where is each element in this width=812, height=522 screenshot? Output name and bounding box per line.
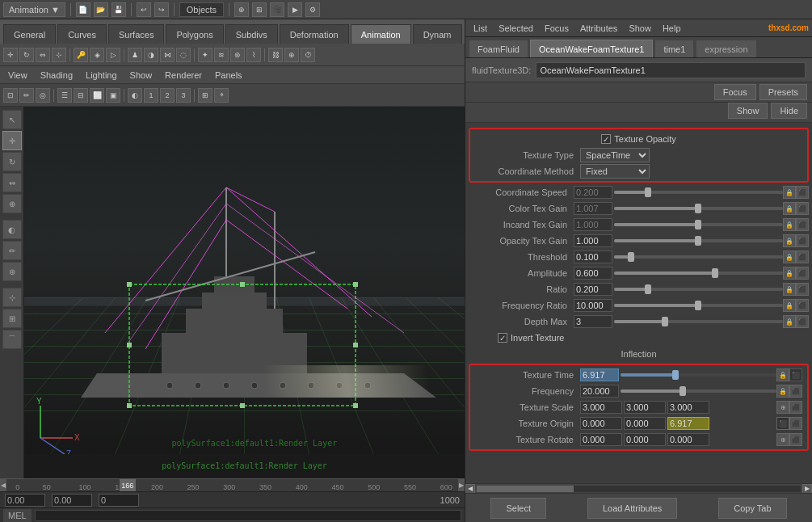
opacity-tex-gain-thumb[interactable] — [695, 236, 701, 246]
texture-opacity-checkbox[interactable] — [601, 134, 611, 144]
color-tex-gain-thumb[interactable] — [695, 204, 701, 213]
skin-icon[interactable]: ◑ — [144, 48, 158, 62]
coord-speed-input[interactable] — [574, 186, 612, 199]
paint-icon[interactable]: ✏ — [19, 88, 34, 103]
rotate-icon[interactable]: ↻ — [19, 48, 34, 62]
texture-scale-y[interactable] — [624, 401, 666, 414]
scale-icon[interactable]: ⇔ — [36, 48, 50, 62]
focus-button[interactable]: Focus — [714, 84, 756, 100]
depth-max-track[interactable] — [614, 320, 783, 323]
depth-max-input[interactable] — [574, 315, 612, 328]
texture-origin-x[interactable] — [580, 417, 622, 430]
hair-icon[interactable]: ⌇ — [246, 48, 261, 62]
soft-select[interactable]: ◐ — [2, 220, 22, 239]
snap-point[interactable]: ⊹ — [2, 288, 22, 307]
topbar-selected[interactable]: Selected — [494, 23, 538, 33]
rotate-key[interactable]: ⬛ — [789, 433, 802, 446]
texture-time-track[interactable] — [621, 373, 776, 377]
coord-method-dropdown[interactable]: Fixed Grid Fluid Motion — [580, 164, 650, 179]
attr-name-input[interactable] — [536, 62, 806, 78]
topbar-focus[interactable]: Focus — [540, 23, 574, 33]
opacity-tex-gain-track[interactable] — [614, 239, 783, 242]
menu-lighting[interactable]: Lighting — [81, 69, 122, 81]
wire-icon[interactable]: ⊟ — [74, 88, 88, 103]
invert-texture-checkbox[interactable] — [498, 333, 507, 343]
tab-general[interactable]: General — [3, 24, 56, 44]
status-val3[interactable] — [99, 494, 139, 507]
origin-icon-btn[interactable]: ⬛ — [776, 417, 789, 430]
paint-attr[interactable]: ✏ — [2, 241, 22, 260]
incand-tex-gain-thumb[interactable] — [695, 220, 701, 229]
threshold-key[interactable]: ⬛ — [796, 250, 809, 263]
particle-icon[interactable]: ✦ — [198, 48, 212, 62]
scroll-track[interactable] — [477, 486, 801, 492]
texture-scale-z[interactable] — [667, 401, 709, 414]
coord-speed-key[interactable]: ⬛ — [796, 186, 809, 199]
texture-time-thumb[interactable] — [672, 370, 679, 380]
select-tool[interactable]: ↖ — [2, 110, 22, 129]
hide-button[interactable]: Hide — [771, 103, 807, 119]
texture-rotate-x[interactable] — [580, 433, 622, 446]
incand-tex-lock[interactable]: 🔒 — [783, 218, 796, 231]
depth-max-lock[interactable]: 🔒 — [783, 315, 796, 328]
texture-time-lock[interactable]: 🔒 — [776, 368, 789, 381]
texture-time-key[interactable]: ⬛ — [789, 368, 802, 381]
camera-icon[interactable]: 🎥 — [270, 2, 284, 17]
topbar-show[interactable]: Show — [624, 23, 656, 33]
frequency-ratio-thumb[interactable] — [695, 301, 701, 310]
tab-expression[interactable]: expression — [696, 40, 756, 57]
redo-icon[interactable]: ↪ — [154, 2, 169, 17]
tangent-icon[interactable]: ◈ — [90, 48, 104, 62]
color-tex-lock[interactable]: 🔒 — [783, 202, 796, 215]
texture-time-input[interactable] — [580, 368, 619, 381]
freq-lock[interactable]: 🔒 — [776, 385, 789, 398]
menu-panels[interactable]: Panels — [210, 69, 247, 81]
frequency-ratio-track[interactable] — [614, 304, 783, 307]
opacity-tex-gain-input[interactable] — [574, 234, 612, 247]
scroll-thumb[interactable] — [477, 486, 574, 492]
snap-grid[interactable]: ⊞ — [2, 309, 22, 328]
status-val1[interactable] — [5, 494, 45, 507]
freq-ratio-lock[interactable]: 🔒 — [783, 299, 796, 312]
res-low[interactable]: 1 — [144, 88, 158, 103]
show-button[interactable]: Show — [728, 103, 768, 119]
texture-type-dropdown[interactable]: SpaceTime Perlin Noise — [580, 148, 650, 162]
scroll-right-btn[interactable]: ▶ — [802, 484, 812, 494]
ratio-track[interactable] — [614, 288, 783, 291]
freq-ratio-key[interactable]: ⬛ — [796, 299, 809, 312]
quality-icon[interactable]: ◐ — [128, 88, 142, 103]
open-icon[interactable]: 📂 — [94, 2, 108, 17]
amplitude-key[interactable]: ⬛ — [796, 267, 809, 280]
ratio-key[interactable]: ⬛ — [796, 283, 809, 296]
mel-input[interactable] — [35, 510, 461, 521]
depth-max-thumb[interactable] — [662, 317, 668, 326]
topbar-attributes[interactable]: Attributes — [575, 23, 622, 33]
load-attributes-button[interactable]: Load Attributes — [587, 498, 677, 519]
incand-tex-key[interactable]: ⬛ — [796, 218, 809, 231]
options-icon[interactable]: ⚙ — [305, 2, 320, 17]
scale-icon-btn[interactable]: ⊕ — [776, 401, 789, 414]
select-icon[interactable]: ⊹ — [52, 48, 66, 62]
opacity-tex-lock[interactable]: 🔒 — [783, 234, 796, 247]
artisan[interactable]: ⊛ — [2, 262, 22, 281]
tab-time1[interactable]: time1 — [654, 40, 694, 57]
menu-view[interactable]: View — [3, 69, 32, 81]
color-tex-gain-input[interactable] — [574, 202, 612, 215]
amplitude-thumb[interactable] — [712, 268, 718, 278]
show-manip[interactable]: ⊕ — [2, 194, 22, 213]
ratio-input[interactable] — [574, 283, 612, 296]
frequency-track[interactable] — [621, 389, 776, 393]
tab-dynam[interactable]: Dynam — [413, 24, 462, 44]
grid-icon[interactable]: ⊞ — [252, 2, 267, 17]
tab-animation[interactable]: Animation — [351, 24, 411, 44]
incand-tex-gain-input[interactable] — [574, 218, 612, 231]
save-icon[interactable]: 💾 — [111, 2, 126, 17]
presets-button[interactable]: Presets — [759, 84, 807, 100]
mode-dropdown[interactable]: Animation ▼ — [3, 2, 65, 17]
frequency-thumb[interactable] — [679, 386, 686, 396]
res-high[interactable]: 3 — [176, 88, 191, 103]
texture-rotate-y[interactable] — [624, 433, 666, 446]
heads-up[interactable]: ⌖ — [214, 88, 229, 103]
solid-icon[interactable]: ⬜ — [90, 88, 104, 103]
tab-foamfluid[interactable]: FoamFluid — [469, 40, 528, 57]
